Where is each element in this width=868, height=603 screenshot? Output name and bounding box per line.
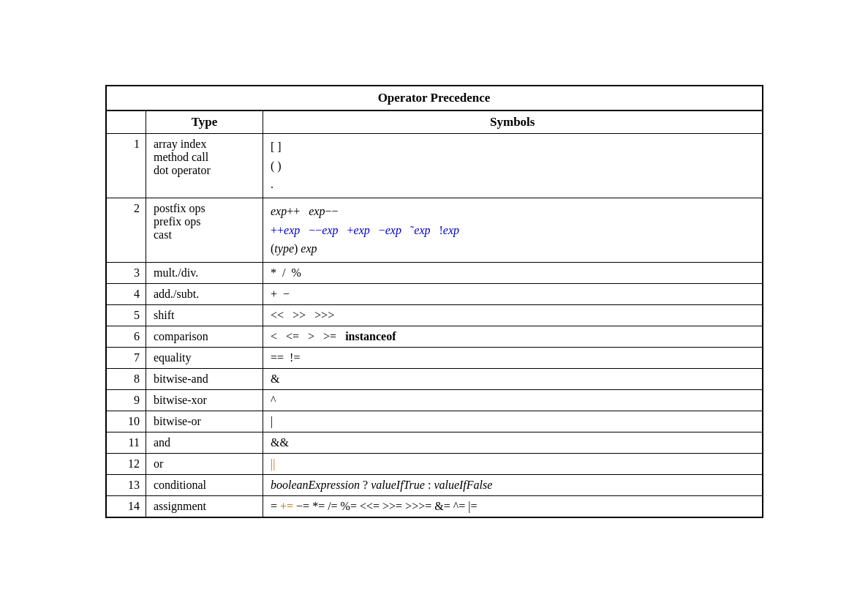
row-num: 10 [106, 411, 146, 432]
row-type: assignment [146, 495, 263, 517]
row-type: add./subt. [146, 283, 263, 304]
row-num: 3 [106, 262, 146, 283]
row-symbols: || [263, 453, 763, 474]
row-type: comparison [146, 326, 263, 347]
row-symbols: ^ [263, 389, 763, 411]
header-type: Type [146, 111, 263, 134]
table-row: 14 assignment = += −= *= /= %= <<= >>= >… [106, 495, 763, 517]
row-symbols: = += −= *= /= %= <<= >>= >>>= &= ^= |= [263, 495, 763, 517]
row-type: conditional [146, 474, 263, 495]
table-row: 11 and && [106, 432, 763, 453]
row-num: 11 [106, 432, 146, 453]
table-row: 7 equality == != [106, 347, 763, 368]
row-num: 7 [106, 347, 146, 368]
row-symbols: exp++ exp−− ++exp −−exp +exp −exp ˜exp !… [263, 198, 763, 263]
table-wrapper: Operator Precedence Type Symbols 1 array… [91, 70, 778, 533]
row-type: array indexmethod calldot operator [146, 134, 263, 198]
row-num: 13 [106, 474, 146, 495]
row-symbols: booleanExpression ? valueIfTrue : valueI… [263, 474, 763, 495]
row-type: shift [146, 304, 263, 326]
row-num: 9 [106, 389, 146, 411]
row-symbols: == != [263, 347, 763, 368]
table-row: 5 shift << >> >>> [106, 304, 763, 326]
header-symbols: Symbols [263, 111, 763, 134]
table-row: 1 array indexmethod calldot operator [ ]… [106, 134, 763, 198]
row-symbols: & [263, 368, 763, 389]
row-num: 14 [106, 495, 146, 517]
row-num: 4 [106, 283, 146, 304]
row-type: mult./div. [146, 262, 263, 283]
table-row: 8 bitwise-and & [106, 368, 763, 389]
row-type: or [146, 453, 263, 474]
row-symbols: < <= > >= instanceof [263, 326, 763, 347]
row-num: 12 [106, 453, 146, 474]
table-row: 12 or || [106, 453, 763, 474]
row-type: equality [146, 347, 263, 368]
table-title: Operator Precedence [105, 85, 763, 110]
table-row: 3 mult./div. * / % [106, 262, 763, 283]
table-row: 6 comparison < <= > >= instanceof [106, 326, 763, 347]
table-row: 13 conditional booleanExpression ? value… [106, 474, 763, 495]
row-type: bitwise-or [146, 411, 263, 432]
row-symbols: << >> >>> [263, 304, 763, 326]
row-num: 6 [106, 326, 146, 347]
row-symbols: | [263, 411, 763, 432]
row-type: and [146, 432, 263, 453]
row-symbols: + − [263, 283, 763, 304]
table-row: 4 add./subt. + − [106, 283, 763, 304]
row-num: 1 [106, 134, 146, 198]
header-num [106, 111, 146, 134]
row-symbols: [ ] ( ) . [263, 134, 763, 198]
row-type: bitwise-and [146, 368, 263, 389]
row-symbols: * / % [263, 262, 763, 283]
row-type: postfix opsprefix opscast [146, 198, 263, 263]
row-num: 5 [106, 304, 146, 326]
table-row: 2 postfix opsprefix opscast exp++ exp−− … [106, 198, 763, 263]
row-num: 8 [106, 368, 146, 389]
row-num: 2 [106, 198, 146, 263]
row-type: bitwise-xor [146, 389, 263, 411]
row-symbols: && [263, 432, 763, 453]
table-row: 10 bitwise-or | [106, 411, 763, 432]
table-row: 9 bitwise-xor ^ [106, 389, 763, 411]
operator-precedence-table: Operator Precedence Type Symbols 1 array… [105, 85, 763, 518]
